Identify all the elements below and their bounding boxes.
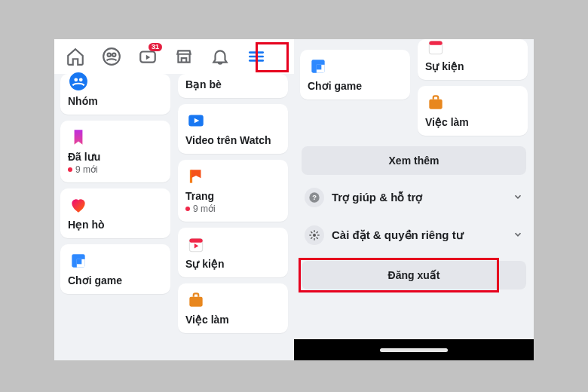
android-navbar xyxy=(294,339,534,360)
card-label: Sự kiện xyxy=(425,60,520,72)
card-events[interactable]: Sự kiện xyxy=(178,228,288,277)
dating-icon xyxy=(68,194,89,216)
card-label: Video trên Watch xyxy=(185,134,280,146)
svg-rect-16 xyxy=(189,297,202,307)
svg-point-0 xyxy=(103,48,120,65)
dot-icon xyxy=(68,167,72,172)
card-events-r[interactable]: Sự kiện xyxy=(418,39,528,80)
notifications-nav-icon[interactable] xyxy=(204,41,237,72)
svg-line-32 xyxy=(311,237,312,239)
card-label: Trang xyxy=(185,190,280,202)
logout-button[interactable]: Đăng xuất xyxy=(302,261,526,289)
svg-rect-19 xyxy=(317,65,322,70)
card-label: Chơi game xyxy=(308,80,403,92)
help-icon: ? xyxy=(305,188,324,207)
svg-rect-21 xyxy=(429,41,442,44)
help-label: Trợ giúp & hỗ trợ xyxy=(332,191,422,204)
card-saved[interactable]: Đã lưu 9 mới xyxy=(60,121,170,182)
top-nav: 31 xyxy=(54,39,294,74)
card-dating[interactable]: Hẹn hò xyxy=(60,188,170,238)
card-label: Hẹn hò xyxy=(68,219,163,231)
card-watch[interactable]: Video trên Watch xyxy=(178,104,288,154)
card-pages[interactable]: Trang 9 mới xyxy=(178,160,288,222)
marketplace-nav-icon[interactable] xyxy=(167,41,201,72)
saved-icon xyxy=(68,127,89,148)
events-icon xyxy=(425,36,446,57)
card-gaming-r[interactable]: Chơi game xyxy=(300,50,410,100)
svg-rect-15 xyxy=(189,238,202,242)
card-label: Nhóm xyxy=(68,95,163,107)
svg-line-33 xyxy=(317,231,318,233)
card-friends[interactable]: Bạn bè xyxy=(178,74,288,98)
svg-point-9 xyxy=(79,78,83,81)
svg-point-2 xyxy=(112,54,115,57)
right-col-1: Chơi game xyxy=(300,39,410,136)
card-sub: 9 mới xyxy=(185,204,280,214)
gesture-pill-icon xyxy=(380,348,448,352)
svg-text:?: ? xyxy=(312,194,317,201)
card-gaming[interactable]: Chơi game xyxy=(60,244,170,294)
watch-badge: 31 xyxy=(149,43,162,51)
help-support-row[interactable]: ? Trợ giúp & hỗ trợ xyxy=(297,182,531,213)
svg-line-31 xyxy=(317,237,318,239)
left-pane: 31 Nhóm xyxy=(54,39,294,360)
svg-rect-22 xyxy=(429,100,442,109)
menu-hamburger-icon[interactable] xyxy=(240,41,273,72)
see-more-button[interactable]: Xem thêm xyxy=(302,146,526,175)
right-pane: Chơi game Sự kiện Việc làm xyxy=(294,39,534,360)
card-label: Việc làm xyxy=(425,116,520,128)
gaming-icon xyxy=(68,250,89,271)
card-label: Sự kiện xyxy=(185,258,280,270)
chevron-down-icon xyxy=(513,229,523,242)
watch-icon xyxy=(185,110,207,131)
card-sub: 9 mới xyxy=(68,164,163,175)
jobs-icon xyxy=(185,289,207,311)
card-jobs[interactable]: Việc làm xyxy=(178,283,288,333)
groups-icon xyxy=(68,71,89,92)
svg-line-30 xyxy=(311,231,312,233)
settings-label: Cài đặt & quyền riêng tư xyxy=(332,228,464,242)
svg-rect-12 xyxy=(77,259,82,265)
svg-point-8 xyxy=(74,78,78,81)
card-label: Việc làm xyxy=(185,314,280,326)
svg-point-25 xyxy=(313,234,316,237)
gaming-icon xyxy=(308,56,329,77)
menu-grid: Nhóm Đã lưu 9 mới Hẹn hò xyxy=(54,74,294,360)
settings-privacy-row[interactable]: Cài đặt & quyền riêng tư xyxy=(297,220,531,250)
right-col-2: Sự kiện Việc làm xyxy=(418,39,528,136)
dot-icon xyxy=(185,207,190,211)
card-jobs-r[interactable]: Việc làm xyxy=(418,86,528,136)
chevron-down-icon xyxy=(513,191,523,204)
events-icon xyxy=(185,234,207,255)
gear-icon xyxy=(305,225,324,245)
watch-nav-icon[interactable]: 31 xyxy=(131,41,164,72)
friends-nav-icon[interactable] xyxy=(95,41,128,72)
card-groups[interactable]: Nhóm xyxy=(60,74,170,115)
card-label: Chơi game xyxy=(68,274,163,286)
card-label: Đã lưu xyxy=(68,151,163,163)
pages-icon xyxy=(185,166,207,187)
home-icon[interactable] xyxy=(59,41,92,72)
svg-point-7 xyxy=(69,72,87,90)
grid-col-1: Nhóm Đã lưu 9 mới Hẹn hò xyxy=(60,74,170,360)
card-label: Bạn bè xyxy=(185,78,280,90)
jobs-icon xyxy=(425,92,446,113)
see-more-label: Xem thêm xyxy=(389,155,439,167)
grid-col-2: Bạn bè Video trên Watch Trang 9 mới xyxy=(178,74,288,360)
logout-label: Đăng xuất xyxy=(388,269,440,281)
svg-point-1 xyxy=(108,54,111,57)
